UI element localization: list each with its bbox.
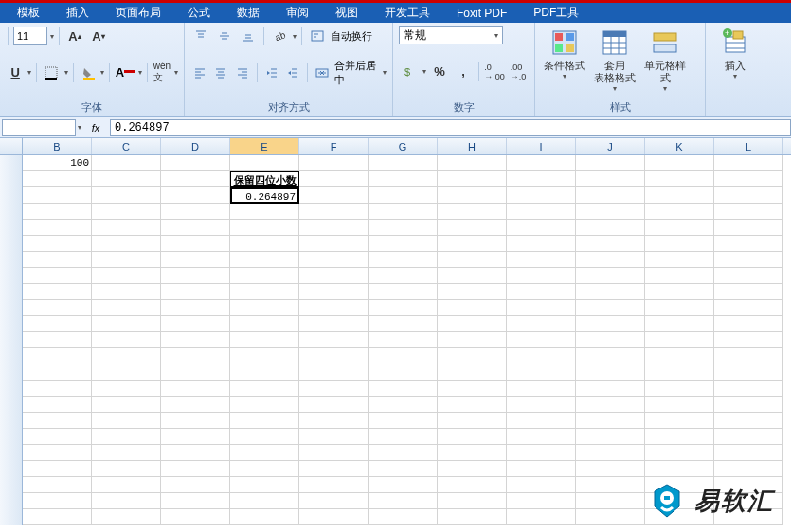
cell[interactable] xyxy=(576,364,645,381)
cell[interactable] xyxy=(23,493,92,509)
cell[interactable] xyxy=(645,332,714,348)
cell[interactable] xyxy=(438,332,507,348)
col-header-g[interactable]: G xyxy=(369,138,438,154)
orientation-button[interactable]: ab xyxy=(269,26,290,46)
cell[interactable] xyxy=(714,204,783,220)
cell[interactable] xyxy=(714,364,783,381)
col-header-c[interactable]: C xyxy=(92,138,161,154)
cell[interactable] xyxy=(23,477,92,493)
increase-indent-button[interactable] xyxy=(283,62,302,83)
cell[interactable] xyxy=(507,187,576,204)
cell[interactable] xyxy=(299,171,369,187)
cell[interactable] xyxy=(299,187,369,204)
cell[interactable] xyxy=(299,445,369,461)
cell[interactable] xyxy=(161,284,230,300)
cell[interactable] xyxy=(507,171,576,187)
cell[interactable] xyxy=(507,268,576,284)
cell[interactable] xyxy=(230,493,299,509)
cell[interactable] xyxy=(161,509,230,525)
menu-formula[interactable]: 公式 xyxy=(174,5,224,21)
cell[interactable] xyxy=(645,300,714,316)
percent-button[interactable]: % xyxy=(429,62,450,82)
cell[interactable] xyxy=(438,300,507,316)
cell[interactable] xyxy=(92,220,161,236)
name-box-dropdown-icon[interactable]: ▾ xyxy=(78,123,81,132)
cell[interactable] xyxy=(576,220,645,236)
cell[interactable] xyxy=(576,381,645,397)
increase-font-button[interactable]: A▴ xyxy=(64,26,85,46)
cell[interactable] xyxy=(299,461,369,477)
cell[interactable] xyxy=(438,204,507,220)
cell[interactable] xyxy=(714,220,783,236)
cell[interactable] xyxy=(161,300,230,316)
cell[interactable] xyxy=(92,493,161,509)
cell[interactable] xyxy=(507,300,576,316)
col-header-b[interactable]: B xyxy=(23,138,92,154)
cell[interactable] xyxy=(161,187,230,204)
cell[interactable] xyxy=(438,461,507,477)
cell[interactable] xyxy=(438,348,507,364)
border-button[interactable] xyxy=(42,62,61,83)
cell[interactable] xyxy=(230,236,299,252)
cell[interactable] xyxy=(645,187,714,204)
cell[interactable] xyxy=(299,252,369,268)
phonetic-button[interactable]: wén文 xyxy=(153,62,171,83)
cells-area[interactable]: 100保留四位小数0.264897 xyxy=(23,155,791,525)
cell[interactable] xyxy=(714,445,783,461)
cell[interactable] xyxy=(92,284,161,300)
cell[interactable] xyxy=(507,364,576,381)
cell[interactable] xyxy=(92,461,161,477)
cell[interactable] xyxy=(230,220,299,236)
col-header-d[interactable]: D xyxy=(161,138,230,154)
font-color-dropdown-icon[interactable]: ▾ xyxy=(138,68,142,77)
font-size-input[interactable] xyxy=(13,27,47,45)
cell[interactable] xyxy=(369,477,438,493)
cell[interactable] xyxy=(576,477,645,493)
cell[interactable] xyxy=(576,155,645,171)
cell[interactable] xyxy=(507,252,576,268)
cell[interactable] xyxy=(369,204,438,220)
cell[interactable] xyxy=(23,364,92,381)
cell[interactable] xyxy=(230,252,299,268)
cell[interactable] xyxy=(438,429,507,445)
merge-dropdown-icon[interactable]: ▾ xyxy=(383,68,387,77)
cell[interactable] xyxy=(161,413,230,429)
cell[interactable] xyxy=(714,316,783,332)
cell[interactable] xyxy=(92,509,161,525)
cell[interactable] xyxy=(438,171,507,187)
cell[interactable] xyxy=(369,364,438,381)
cell[interactable] xyxy=(92,429,161,445)
cell[interactable] xyxy=(230,300,299,316)
cell[interactable] xyxy=(92,348,161,364)
cell[interactable] xyxy=(161,429,230,445)
cell[interactable] xyxy=(230,429,299,445)
cell[interactable] xyxy=(645,236,714,252)
number-format-combo[interactable]: 常规 ▾ xyxy=(399,26,503,44)
cell[interactable] xyxy=(230,413,299,429)
cell[interactable] xyxy=(645,171,714,187)
cell[interactable] xyxy=(161,493,230,509)
cell[interactable] xyxy=(161,220,230,236)
align-right-button[interactable] xyxy=(233,62,252,83)
cell[interactable] xyxy=(576,284,645,300)
cell[interactable] xyxy=(714,284,783,300)
formula-input[interactable] xyxy=(110,119,791,136)
cell[interactable] xyxy=(23,445,92,461)
cell[interactable] xyxy=(23,381,92,397)
cell[interactable] xyxy=(92,252,161,268)
cell[interactable] xyxy=(645,252,714,268)
cell[interactable] xyxy=(299,284,369,300)
cell[interactable] xyxy=(23,284,92,300)
cell[interactable] xyxy=(230,316,299,332)
cell[interactable] xyxy=(438,187,507,204)
cell[interactable] xyxy=(645,461,714,477)
cell[interactable] xyxy=(438,316,507,332)
cell[interactable] xyxy=(438,493,507,509)
cell[interactable] xyxy=(161,155,230,171)
cell[interactable] xyxy=(299,493,369,509)
cell[interactable] xyxy=(507,348,576,364)
cell[interactable] xyxy=(92,236,161,252)
cell[interactable] xyxy=(645,284,714,300)
cell[interactable] xyxy=(576,332,645,348)
cell[interactable] xyxy=(161,171,230,187)
